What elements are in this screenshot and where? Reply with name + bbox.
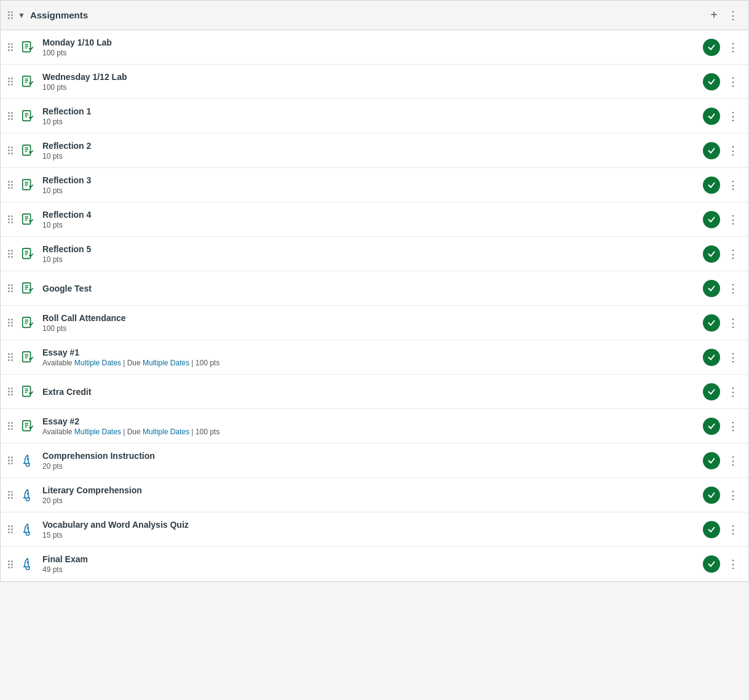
assignment-name[interactable]: Monday 1/10 Lab	[42, 38, 697, 47]
assignment-more-button[interactable]: ⋮	[725, 418, 741, 434]
group-drag-handle[interactable]	[8, 11, 13, 19]
svg-rect-12	[23, 145, 31, 155]
assignment-meta: 49 pts	[42, 565, 697, 574]
assignment-type-icon	[19, 280, 36, 297]
svg-rect-32	[23, 317, 31, 327]
assignment-name[interactable]: Comprehension Instruction	[42, 451, 697, 461]
assignment-meta: Available Multiple Dates | Due Multiple …	[42, 359, 697, 367]
assignment-type-icon	[19, 452, 36, 469]
assignment-actions: ⋮	[703, 418, 741, 435]
assignment-name[interactable]: Vocabulary and Word Analysis Quiz	[42, 520, 697, 530]
published-badge	[703, 245, 720, 263]
assignment-more-button[interactable]: ⋮	[725, 246, 741, 262]
assignment-more-button[interactable]: ⋮	[725, 39, 741, 55]
assignment-row: Reflection 2 10 pts ⋮	[1, 133, 748, 168]
assignment-more-button[interactable]: ⋮	[725, 522, 741, 538]
assignment-name[interactable]: Essay #2	[42, 416, 697, 426]
assignment-type-icon	[19, 314, 36, 332]
group-more-button[interactable]: ⋮	[725, 7, 741, 23]
assignment-name[interactable]: Reflection 2	[42, 141, 697, 151]
row-drag-handle[interactable]	[8, 181, 13, 189]
assignment-more-button[interactable]: ⋮	[725, 177, 741, 193]
row-drag-handle[interactable]	[8, 560, 13, 568]
row-drag-handle[interactable]	[8, 146, 13, 154]
assignment-info: Wednesday 1/12 Lab 100 pts	[42, 72, 697, 92]
assignment-more-button[interactable]: ⋮	[725, 212, 741, 228]
assignment-type-icon	[19, 177, 36, 194]
assignment-name[interactable]: Reflection 5	[42, 244, 697, 254]
assignment-name[interactable]: Extra Credit	[42, 387, 697, 397]
published-badge	[703, 383, 720, 400]
assignment-info: Comprehension Instruction 20 pts	[42, 451, 697, 471]
assignment-name[interactable]: Reflection 1	[42, 106, 697, 116]
assignment-more-button[interactable]: ⋮	[725, 74, 741, 90]
published-badge	[703, 555, 720, 573]
row-drag-handle[interactable]	[8, 78, 13, 86]
assignment-info: Reflection 2 10 pts	[42, 141, 697, 161]
assignment-name[interactable]: Final Exam	[42, 554, 697, 564]
assignment-type-icon	[19, 349, 36, 366]
assignment-more-button[interactable]: ⋮	[725, 453, 741, 469]
assignment-meta: 100 pts	[42, 49, 697, 57]
assignment-type-icon	[19, 555, 36, 573]
assignment-row: Wednesday 1/12 Lab 100 pts ⋮	[1, 65, 748, 99]
assignment-meta: 100 pts	[42, 83, 697, 92]
svg-point-48	[27, 458, 29, 459]
svg-rect-20	[23, 213, 31, 224]
assignment-more-button[interactable]: ⋮	[725, 487, 741, 503]
assignment-actions: ⋮	[703, 349, 741, 366]
assignment-info: Reflection 1 10 pts	[42, 106, 697, 126]
assignment-name[interactable]: Reflection 3	[42, 175, 697, 185]
assignment-row: Roll Call Attendance 100 pts ⋮	[1, 306, 748, 340]
published-badge	[703, 108, 720, 125]
row-drag-handle[interactable]	[8, 491, 13, 499]
row-drag-handle[interactable]	[8, 215, 13, 223]
assignment-info: Literary Comprehension 20 pts	[42, 485, 697, 505]
svg-rect-36	[23, 351, 31, 362]
published-badge	[703, 349, 720, 366]
assignment-info: Essay #2 Available Multiple Dates | Due …	[42, 416, 697, 436]
assignment-meta: 10 pts	[42, 221, 697, 229]
assignment-type-icon	[19, 418, 36, 435]
row-drag-handle[interactable]	[8, 284, 13, 292]
assignment-name[interactable]: Reflection 4	[42, 210, 697, 220]
assignment-name[interactable]: Google Test	[42, 284, 697, 293]
assignment-more-button[interactable]: ⋮	[725, 143, 741, 159]
svg-rect-0	[23, 41, 31, 52]
assignment-more-button[interactable]: ⋮	[725, 108, 741, 124]
svg-point-49	[27, 492, 29, 494]
group-chevron[interactable]: ▼	[18, 11, 25, 20]
assignment-name[interactable]: Literary Comprehension	[42, 485, 697, 495]
row-drag-handle[interactable]	[8, 422, 13, 430]
assignment-more-button[interactable]: ⋮	[725, 556, 741, 572]
published-badge	[703, 280, 720, 297]
assignment-list: Monday 1/10 Lab 100 pts ⋮ We	[1, 30, 748, 581]
add-assignment-button[interactable]: +	[708, 7, 720, 23]
assignment-more-button[interactable]: ⋮	[725, 349, 741, 365]
published-badge	[703, 418, 720, 435]
row-drag-handle[interactable]	[8, 250, 13, 258]
assignment-name[interactable]: Wednesday 1/12 Lab	[42, 72, 697, 82]
row-drag-handle[interactable]	[8, 43, 13, 51]
assignment-info: Google Test	[42, 284, 697, 293]
assignment-row: Essay #2 Available Multiple Dates | Due …	[1, 409, 748, 443]
row-drag-handle[interactable]	[8, 112, 13, 120]
svg-rect-16	[23, 179, 31, 189]
assignment-more-button[interactable]: ⋮	[725, 280, 741, 296]
row-drag-handle[interactable]	[8, 456, 13, 464]
group-title: Assignments	[30, 10, 703, 20]
assignment-meta: 20 pts	[42, 462, 697, 471]
row-drag-handle[interactable]	[8, 353, 13, 361]
assignment-meta: 20 pts	[42, 496, 697, 505]
assignment-row: Monday 1/10 Lab 100 pts ⋮	[1, 30, 748, 65]
assignment-name[interactable]: Roll Call Attendance	[42, 313, 697, 323]
row-drag-handle[interactable]	[8, 525, 13, 533]
published-badge	[703, 314, 720, 332]
row-drag-handle[interactable]	[8, 319, 13, 327]
assignment-more-button[interactable]: ⋮	[725, 315, 741, 331]
published-badge	[703, 452, 720, 469]
published-badge	[703, 487, 720, 504]
row-drag-handle[interactable]	[8, 388, 13, 396]
assignment-more-button[interactable]: ⋮	[725, 384, 741, 400]
assignment-name[interactable]: Essay #1	[42, 348, 697, 357]
